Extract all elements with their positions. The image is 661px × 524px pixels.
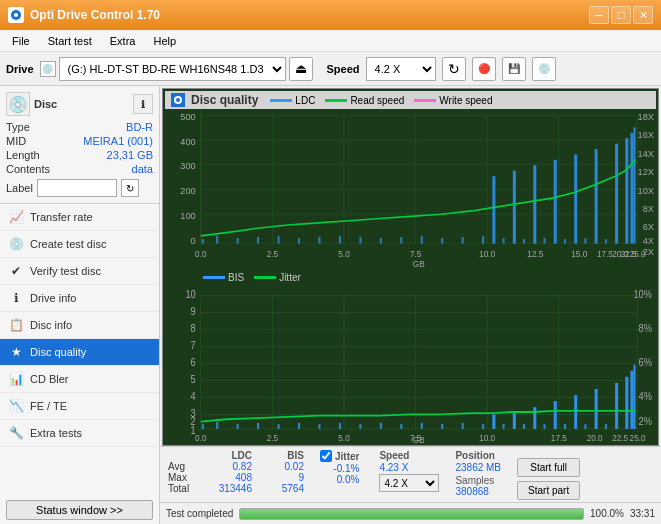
svg-text:6X: 6X [643,221,655,232]
svg-text:14X: 14X [638,147,655,158]
svg-rect-67 [554,160,557,244]
nav-disc-info[interactable]: 📋 Disc info [0,312,159,339]
menu-file[interactable]: File [4,33,38,49]
disc-label-refresh-btn[interactable]: ↻ [121,179,139,197]
refresh-button[interactable]: ↻ [442,57,466,81]
disc-contents-label: Contents [6,163,50,175]
legend-bis: BIS [203,272,244,283]
disc-contents-row: Contents data [6,162,153,176]
svg-rect-46 [202,239,204,243]
svg-text:0.0: 0.0 [195,432,206,443]
menu-start-test[interactable]: Start test [40,33,100,49]
action-buttons: Start full Start part [517,450,580,500]
svg-text:6%: 6% [639,356,652,368]
speed-mode-select[interactable]: 4.2 X [379,474,439,492]
svg-text:7.5: 7.5 [410,248,422,258]
svg-rect-142 [574,395,577,429]
svg-rect-61 [492,176,495,243]
svg-rect-123 [278,424,280,429]
svg-rect-120 [216,421,218,428]
svg-text:10X: 10X [638,184,655,195]
svg-text:17.5: 17.5 [551,432,567,443]
jitter-header: Jitter [320,450,359,462]
svg-rect-75 [630,133,633,244]
svg-text:4: 4 [191,390,196,402]
disc-header-icon: 💿 [6,92,30,116]
nav-transfer-rate[interactable]: 📈 Transfer rate [0,204,159,231]
drive-type-icon: 💿 [40,61,56,77]
nav-extra-tests[interactable]: 🔧 Extra tests [0,420,159,447]
stats-total-row: Total 313446 5764 [166,483,308,494]
svg-rect-121 [237,424,239,429]
svg-rect-138 [533,407,536,429]
scan-button[interactable]: 🔴 [472,57,496,81]
title-bar: Opti Drive Control 1.70 ─ □ ✕ [0,0,661,30]
status-text: Test completed [166,508,233,519]
svg-text:10.0: 10.0 [479,432,495,443]
eject-button[interactable]: ⏏ [289,57,313,81]
speed-section: Speed 4.23 X 4.2 X [379,450,439,492]
maximize-button[interactable]: □ [611,6,631,24]
disc-length-row: Length 23,31 GB [6,148,153,162]
nav-verify-test-disc[interactable]: ✔ Verify test disc [0,258,159,285]
position-section: Position 23862 MB Samples 380868 [455,450,501,497]
legend-write-speed-color [414,99,436,102]
legend-read-speed-label: Read speed [350,95,404,106]
save-button2[interactable]: 💾 [502,57,526,81]
svg-text:8: 8 [191,322,196,334]
media-button[interactable]: 💿 [532,57,556,81]
speed-label: Speed [327,63,360,75]
nav-create-test-disc[interactable]: 💿 Create test disc [0,231,159,258]
nav-drive-info[interactable]: ℹ Drive info [0,285,159,312]
cd-bler-icon: 📊 [8,371,24,387]
nav-fe-te[interactable]: 📉 FE / TE [0,393,159,420]
status-window-button[interactable]: Status window >> [6,500,153,520]
svg-rect-137 [523,424,525,429]
svg-rect-63 [513,171,516,244]
svg-text:5.0: 5.0 [338,248,350,258]
extra-tests-icon: 🔧 [8,425,24,441]
disc-label-input[interactable] [37,179,117,197]
minimize-button[interactable]: ─ [589,6,609,24]
avg-jitter: -0.1% [320,463,359,474]
nav-cd-bler[interactable]: 📊 CD Bler [0,366,159,393]
svg-rect-139 [543,424,545,429]
svg-text:25.0: 25.0 [630,248,646,258]
menu-help[interactable]: Help [145,33,184,49]
disc-type-label: Type [6,121,30,133]
svg-rect-136 [513,412,516,429]
total-ldc: 313446 [204,483,256,494]
menu-extra[interactable]: Extra [102,33,144,49]
svg-rect-144 [595,388,598,428]
svg-rect-57 [421,236,423,244]
close-button[interactable]: ✕ [633,6,653,24]
svg-text:100: 100 [180,209,195,220]
svg-rect-65 [533,165,536,243]
svg-rect-77 [165,286,656,444]
disc-label-row: Label ↻ [6,179,153,197]
svg-rect-60 [482,236,484,244]
stats-table: LDC BIS Avg 0.82 0.02 Max 408 [166,450,308,494]
fe-te-icon: 📉 [8,398,24,414]
start-part-button[interactable]: Start part [517,481,580,500]
bis-chart-header: BIS Jitter [165,271,656,284]
speed-select[interactable]: 4.2 X [366,57,436,81]
progress-percent: 100.0% [590,508,624,519]
start-full-button[interactable]: Start full [517,458,580,477]
drive-select[interactable]: (G:) HL-DT-ST BD-RE WH16NS48 1.D3 [59,57,286,81]
jitter-checkbox[interactable] [320,450,332,462]
svg-rect-147 [625,376,628,428]
position-value: 23862 MB [455,462,501,473]
nav-disc-quality[interactable]: ★ Disc quality [0,339,159,366]
svg-point-1 [14,13,18,17]
svg-rect-141 [564,424,566,429]
legend-bis-label: BIS [228,272,244,283]
legend-write-speed: Write speed [414,95,492,106]
svg-rect-71 [595,149,598,244]
svg-rect-48 [237,238,239,243]
disc-info-btn[interactable]: ℹ [133,94,153,114]
progress-bar-fill [240,509,583,519]
nav-cd-bler-label: CD Bler [30,373,69,385]
legend-bis-color [203,276,225,279]
jitter-col-header: Jitter [335,451,359,462]
